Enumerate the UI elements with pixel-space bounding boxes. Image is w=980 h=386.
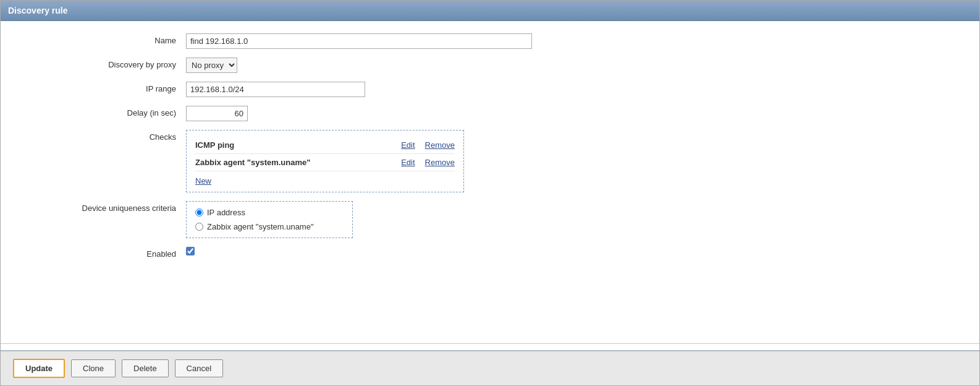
- ip-range-label: IP range: [13, 82, 186, 93]
- proxy-control: No proxy: [186, 58, 967, 73]
- uniqueness-control: IP address Zabbix agent "system.uname": [186, 201, 967, 238]
- new-check-link[interactable]: New: [195, 176, 211, 186]
- proxy-row: Discovery by proxy No proxy: [1, 58, 979, 73]
- checks-row: Checks ICMP ping Edit Remove Zabbix agen…: [1, 130, 979, 192]
- delay-label: Delay (in sec): [13, 106, 186, 118]
- delay-input[interactable]: [186, 106, 248, 121]
- proxy-label: Discovery by proxy: [13, 58, 186, 69]
- radio-ip-row: IP address: [195, 208, 344, 217]
- radio-ip-label: IP address: [207, 208, 245, 217]
- checks-control: ICMP ping Edit Remove Zabbix agent "syst…: [186, 130, 967, 192]
- enabled-control: [186, 247, 967, 255]
- clone-button[interactable]: Clone: [71, 359, 116, 377]
- radio-ip[interactable]: [195, 208, 203, 217]
- check-name-zabbix: Zabbix agent "system.uname": [195, 158, 391, 167]
- title-bar: Discovery rule: [1, 1, 979, 21]
- delay-control: [186, 106, 967, 121]
- name-control: [186, 33, 967, 49]
- edit-zabbix-link[interactable]: Edit: [401, 158, 415, 167]
- footer-bar: Update Clone Delete Cancel: [1, 350, 979, 385]
- cancel-button[interactable]: Cancel: [175, 359, 223, 377]
- uniqueness-box: IP address Zabbix agent "system.uname": [186, 201, 353, 238]
- checks-box: ICMP ping Edit Remove Zabbix agent "syst…: [186, 130, 464, 192]
- check-name-icmp: ICMP ping: [195, 140, 391, 150]
- ip-range-row: IP range: [1, 82, 979, 97]
- delete-button[interactable]: Delete: [122, 359, 169, 377]
- edit-icmp-link[interactable]: Edit: [401, 140, 415, 150]
- table-row: Zabbix agent "system.uname" Edit Remove: [195, 154, 455, 171]
- enabled-row: Enabled: [1, 247, 979, 259]
- ip-range-control: [186, 82, 967, 97]
- radio-zabbix-row: Zabbix agent "system.uname": [195, 222, 344, 231]
- radio-zabbix[interactable]: [195, 223, 203, 231]
- window-title: Discovery rule: [8, 6, 68, 15]
- enabled-label: Enabled: [13, 247, 186, 259]
- remove-zabbix-link[interactable]: Remove: [425, 158, 455, 167]
- name-input[interactable]: [186, 33, 532, 49]
- name-label: Name: [13, 33, 186, 45]
- checks-label: Checks: [13, 130, 186, 142]
- footer-separator: [1, 343, 979, 344]
- table-row: ICMP ping Edit Remove: [195, 137, 455, 154]
- enabled-checkbox-row: [186, 247, 967, 255]
- enabled-checkbox[interactable]: [186, 247, 195, 255]
- name-row: Name: [1, 33, 979, 49]
- update-button[interactable]: Update: [13, 359, 65, 378]
- ip-range-input[interactable]: [186, 82, 365, 97]
- radio-zabbix-label: Zabbix agent "system.uname": [207, 222, 314, 231]
- uniqueness-row: Device uniqueness criteria IP address Za…: [1, 201, 979, 238]
- proxy-select[interactable]: No proxy: [186, 58, 237, 73]
- new-link-row: New: [195, 171, 455, 186]
- delay-row: Delay (in sec): [1, 106, 979, 121]
- remove-icmp-link[interactable]: Remove: [425, 140, 455, 150]
- window: Discovery rule Name Discovery by proxy N…: [0, 0, 980, 386]
- content-area: Name Discovery by proxy No proxy IP rang…: [1, 21, 979, 337]
- uniqueness-label: Device uniqueness criteria: [13, 201, 186, 213]
